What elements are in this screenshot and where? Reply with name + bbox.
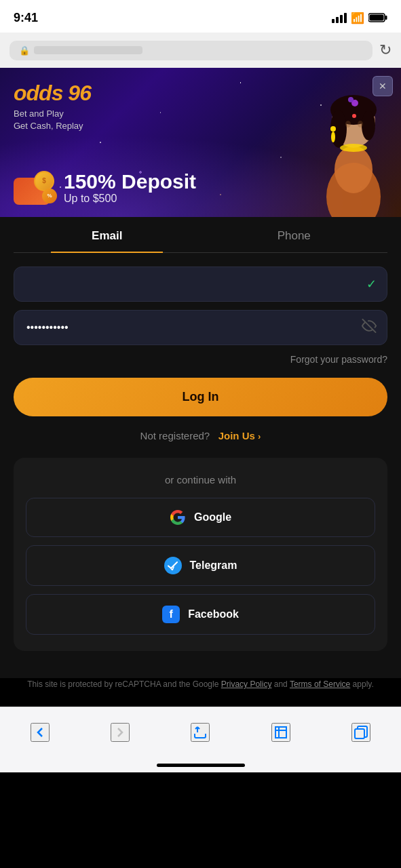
- telegram-icon: [164, 557, 182, 574]
- forward-button[interactable]: [111, 723, 130, 742]
- facebook-icon: f: [162, 606, 180, 623]
- wallet-icon: $ %: [14, 171, 54, 205]
- url-text: [34, 46, 142, 54]
- battery-icon: [368, 13, 387, 22]
- tab-phone[interactable]: Phone: [201, 217, 388, 252]
- email-input-wrap: ✓: [14, 267, 387, 302]
- login-tabs: Email Phone: [14, 217, 387, 253]
- register-row: Not registered? Join Us ›: [14, 430, 387, 441]
- login-button[interactable]: Log In: [14, 378, 387, 416]
- join-us-link[interactable]: Join Us ›: [218, 430, 261, 441]
- eye-off-icon[interactable]: [362, 319, 377, 337]
- forgot-password: Forgot your password?: [14, 353, 387, 366]
- signal-icon: [332, 13, 347, 23]
- browser-bar: 🔒 ↻: [0, 33, 401, 68]
- tabs-button[interactable]: [351, 723, 370, 742]
- social-section: or continue with Google Telegra: [14, 458, 387, 651]
- svg-rect-18: [355, 729, 364, 738]
- wallet-coin: $: [34, 171, 54, 191]
- password-input-wrap: [14, 310, 387, 345]
- email-input[interactable]: [14, 267, 387, 302]
- status-bar: 9:41 📶: [0, 0, 401, 33]
- close-banner-button[interactable]: ✕: [373, 76, 393, 96]
- forgot-password-link[interactable]: Forgot your password?: [290, 354, 387, 365]
- google-login-button[interactable]: Google: [26, 498, 375, 537]
- privacy-policy-link[interactable]: Privacy Policy: [221, 679, 272, 689]
- safari-toolbar: [0, 707, 401, 764]
- banner-deposit-area: $ % 150% Deposit Up to $500: [14, 170, 196, 205]
- wifi-icon: 📶: [351, 12, 364, 24]
- back-button[interactable]: [31, 723, 50, 742]
- svg-point-14: [358, 121, 363, 127]
- deposit-text: 150% Deposit Up to $500: [64, 170, 196, 205]
- url-bar[interactable]: 🔒: [9, 41, 373, 60]
- or-continue-text: or continue with: [26, 474, 375, 486]
- svg-point-16: [340, 144, 367, 152]
- banner: odds 96 Bet and Play Get Cash, Replay $ …: [0, 68, 401, 217]
- home-bar: [157, 764, 245, 767]
- svg-rect-1: [385, 16, 387, 20]
- share-button[interactable]: [191, 723, 210, 742]
- svg-point-12: [331, 132, 335, 142]
- reload-button[interactable]: ↻: [379, 43, 392, 58]
- brand-tagline: Bet and Play Get Cash, Replay: [14, 108, 91, 132]
- lock-icon: 🔒: [19, 45, 30, 56]
- terms-of-service-link[interactable]: Terms of Service: [290, 679, 350, 689]
- svg-point-11: [330, 126, 336, 132]
- svg-point-8: [362, 111, 375, 140]
- home-indicator: [0, 764, 401, 772]
- svg-rect-2: [370, 15, 384, 21]
- svg-point-13: [345, 121, 351, 127]
- check-icon: ✓: [366, 277, 377, 292]
- telegram-login-button[interactable]: Telegram: [26, 545, 375, 586]
- facebook-login-button[interactable]: f Facebook: [26, 594, 375, 635]
- svg-point-4: [335, 146, 373, 193]
- bookmarks-button[interactable]: [271, 723, 290, 742]
- login-section: Email Phone ✓ Forgot your password? Log …: [0, 217, 401, 678]
- status-time: 9:41: [14, 11, 38, 25]
- svg-point-10: [348, 97, 354, 102]
- password-input[interactable]: [14, 310, 387, 345]
- recaptcha-notice: This site is protected by reCAPTCHA and …: [0, 678, 401, 707]
- banner-text-area: odds 96 Bet and Play Get Cash, Replay: [14, 81, 91, 133]
- svg-point-15: [352, 114, 356, 118]
- google-icon: [170, 509, 186, 526]
- brand-name: odds 96: [14, 81, 91, 105]
- status-icons: 📶: [332, 12, 387, 24]
- join-us-chevron: ›: [258, 431, 261, 441]
- tab-email[interactable]: Email: [14, 217, 201, 252]
- percent-badge: %: [42, 189, 57, 203]
